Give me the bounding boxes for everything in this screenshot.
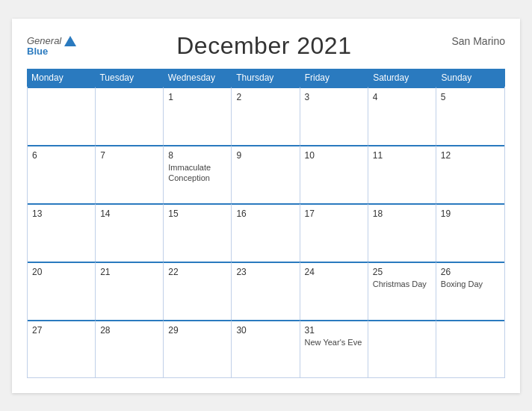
header-saturday: Saturday bbox=[368, 69, 436, 87]
day-number: 2 bbox=[236, 92, 294, 102]
country-label: San Marino bbox=[451, 35, 505, 47]
day-cell-5: 5 bbox=[436, 87, 504, 145]
header-monday: Monday bbox=[27, 69, 95, 87]
day-cell-19: 19 bbox=[436, 203, 504, 262]
day-cell-29: 29 bbox=[164, 320, 232, 378]
day-cell-1: 1 bbox=[164, 87, 232, 145]
calendar-header: General Blue December 2021 San Marino bbox=[27, 32, 505, 60]
day-cell-9: 9 bbox=[232, 145, 300, 203]
event-immaculate-conception: Immaculate Conception bbox=[168, 163, 211, 182]
day-number: 24 bbox=[305, 267, 363, 277]
day-number: 28 bbox=[100, 325, 158, 336]
day-number: 12 bbox=[441, 150, 500, 161]
logo-triangle-icon bbox=[64, 36, 76, 46]
day-cell-11: 11 bbox=[368, 145, 436, 203]
event-christmas-day: Christmas Day bbox=[373, 279, 427, 288]
day-cell-27: 27 bbox=[28, 320, 96, 378]
day-number: 10 bbox=[305, 150, 363, 161]
logo-general-text: General bbox=[27, 36, 61, 46]
day-number: 22 bbox=[168, 267, 226, 277]
day-cell-4: 4 bbox=[368, 87, 436, 145]
day-cell-31: 31 New Year's Eve bbox=[300, 320, 368, 378]
day-number: 23 bbox=[236, 267, 294, 277]
header-thursday: Thursday bbox=[232, 69, 300, 87]
logo: General Blue bbox=[27, 36, 76, 56]
day-cell-empty-2 bbox=[96, 87, 164, 145]
day-number: 1 bbox=[168, 92, 226, 102]
day-number: 13 bbox=[32, 208, 90, 219]
day-number: 27 bbox=[32, 325, 90, 336]
day-cell-empty-3 bbox=[368, 320, 436, 378]
day-number: 19 bbox=[441, 208, 500, 219]
day-number: 4 bbox=[373, 92, 431, 102]
day-number: 14 bbox=[100, 208, 158, 219]
day-cell-3: 3 bbox=[300, 87, 368, 145]
day-number: 16 bbox=[236, 208, 294, 219]
day-number: 8 bbox=[168, 150, 226, 161]
day-cell-empty-1 bbox=[28, 87, 96, 145]
day-cell-20: 20 bbox=[28, 262, 96, 320]
header-sunday: Sunday bbox=[437, 69, 505, 87]
day-number: 15 bbox=[168, 208, 226, 219]
day-cell-10: 10 bbox=[300, 145, 368, 203]
day-cell-7: 7 bbox=[96, 145, 164, 203]
day-number: 3 bbox=[305, 92, 363, 102]
day-cell-17: 17 bbox=[300, 203, 368, 262]
day-number: 29 bbox=[168, 325, 226, 336]
day-cell-24: 24 bbox=[300, 262, 368, 320]
day-number: 31 bbox=[305, 325, 363, 336]
day-number: 11 bbox=[373, 150, 431, 161]
logo-blue-text: Blue bbox=[27, 46, 48, 56]
header-tuesday: Tuesday bbox=[95, 69, 163, 87]
day-cell-30: 30 bbox=[232, 320, 300, 378]
day-cell-2: 2 bbox=[232, 87, 300, 145]
header-wednesday: Wednesday bbox=[164, 69, 232, 87]
day-cell-26: 26 Boxing Day bbox=[436, 262, 504, 320]
day-number: 5 bbox=[441, 92, 500, 102]
day-cell-16: 16 bbox=[232, 203, 300, 262]
event-boxing-day: Boxing Day bbox=[441, 279, 483, 288]
calendar-container: General Blue December 2021 San Marino Mo… bbox=[12, 19, 520, 393]
day-cell-22: 22 bbox=[164, 262, 232, 320]
day-cell-23: 23 bbox=[232, 262, 300, 320]
day-cell-6: 6 bbox=[28, 145, 96, 203]
day-cell-14: 14 bbox=[96, 203, 164, 262]
day-cell-28: 28 bbox=[96, 320, 164, 378]
day-number: 26 bbox=[441, 267, 500, 277]
day-headers-row: Monday Tuesday Wednesday Thursday Friday… bbox=[27, 69, 505, 87]
day-cell-25: 25 Christmas Day bbox=[368, 262, 436, 320]
day-cell-8: 8 Immaculate Conception bbox=[164, 145, 232, 203]
day-number: 21 bbox=[100, 267, 158, 277]
day-cell-21: 21 bbox=[96, 262, 164, 320]
day-cell-12: 12 bbox=[436, 145, 504, 203]
calendar-grid: 1 2 3 4 5 6 7 8 Immaculate Conception 9 … bbox=[27, 87, 505, 378]
day-cell-empty-4 bbox=[436, 320, 504, 378]
day-number: 20 bbox=[32, 267, 90, 277]
day-number: 7 bbox=[100, 150, 158, 161]
day-cell-15: 15 bbox=[164, 203, 232, 262]
day-number: 30 bbox=[236, 325, 294, 336]
event-new-years-eve: New Year's Eve bbox=[305, 338, 362, 347]
day-number: 6 bbox=[32, 150, 90, 161]
day-number: 18 bbox=[373, 208, 431, 219]
day-number: 9 bbox=[236, 150, 294, 161]
day-number: 17 bbox=[305, 208, 363, 219]
day-number: 25 bbox=[373, 267, 431, 277]
header-friday: Friday bbox=[300, 69, 368, 87]
calendar-title: December 2021 bbox=[176, 32, 351, 60]
day-cell-13: 13 bbox=[28, 203, 96, 262]
day-cell-18: 18 bbox=[368, 203, 436, 262]
